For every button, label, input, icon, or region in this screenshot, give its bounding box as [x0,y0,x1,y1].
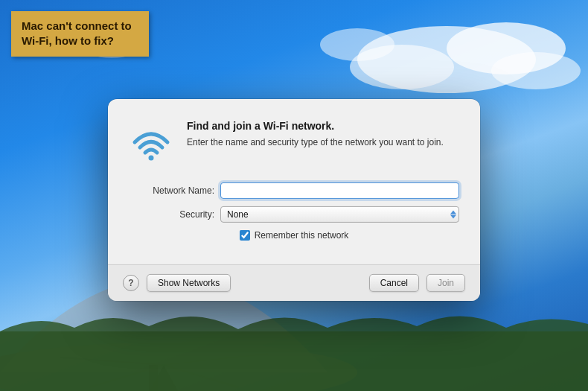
join-button[interactable]: Join [426,273,465,291]
remember-label[interactable]: Remember this network [255,229,349,240]
cancel-button[interactable]: Cancel [369,273,419,291]
remember-checkbox[interactable] [240,229,250,240]
network-name-label: Network Name: [129,185,214,195]
security-select-wrap: None WEP WPA Personal WPA2 Personal WPA … [220,206,459,222]
dialog-buttons: ? Show Networks Cancel Join [108,264,480,300]
help-button[interactable]: ? [123,274,139,290]
dialog-title: Find and join a Wi-Fi network. [187,119,459,131]
security-row: Security: None WEP WPA Personal WPA2 Per… [129,206,459,222]
network-name-row: Network Name: [129,182,459,198]
security-select[interactable]: None WEP WPA Personal WPA2 Personal WPA … [220,206,459,222]
dialog-header-text: Find and join a Wi-Fi network. Enter the… [187,119,459,148]
sticky-note-text: Mac can't connect to Wi-Fi, how to fix? [22,19,132,47]
dialog-header: Find and join a Wi-Fi network. Enter the… [108,98,480,179]
wifi-icon [129,122,173,164]
dialog-subtitle: Enter the name and security type of the … [187,136,459,148]
wifi-dialog: Find and join a Wi-Fi network. Enter the… [108,98,480,300]
network-name-input[interactable] [220,182,459,198]
security-label: Security: [129,209,214,219]
sticky-note: Mac can't connect to Wi-Fi, how to fix? [11,11,149,57]
show-networks-button[interactable]: Show Networks [147,273,231,291]
remember-row: Remember this network [129,229,459,240]
dialog-form: Network Name: Security: None WEP WPA Per… [108,179,480,264]
svg-point-16 [149,155,154,160]
